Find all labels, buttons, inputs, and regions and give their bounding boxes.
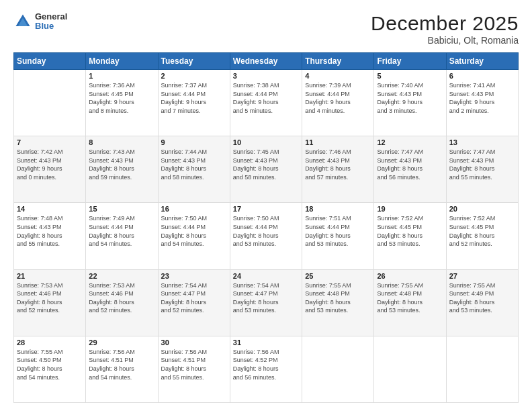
page-title: December 2025 xyxy=(371,12,519,35)
day-info: Sunrise: 7:43 AMSunset: 4:43 PMDaylight:… xyxy=(89,148,154,181)
calendar-cell: 22Sunrise: 7:53 AMSunset: 4:46 PMDayligh… xyxy=(86,269,158,336)
day-info: Sunrise: 7:56 AMSunset: 4:51 PMDaylight:… xyxy=(89,348,154,381)
day-number: 6 xyxy=(449,72,515,80)
title-block: December 2025 Babiciu, Olt, Romania xyxy=(371,12,519,46)
calendar-cell: 24Sunrise: 7:54 AMSunset: 4:47 PMDayligh… xyxy=(230,269,302,336)
calendar-cell: 7Sunrise: 7:42 AMSunset: 4:43 PMDaylight… xyxy=(14,136,86,203)
weekday-header-sunday: Sunday xyxy=(14,53,86,70)
calendar-cell: 11Sunrise: 7:46 AMSunset: 4:43 PMDayligh… xyxy=(302,136,374,203)
day-number: 3 xyxy=(233,72,299,80)
calendar-cell: 28Sunrise: 7:55 AMSunset: 4:50 PMDayligh… xyxy=(14,336,86,402)
day-number: 26 xyxy=(377,272,443,280)
calendar-cell: 27Sunrise: 7:55 AMSunset: 4:49 PMDayligh… xyxy=(446,269,518,336)
day-info: Sunrise: 7:55 AMSunset: 4:48 PMDaylight:… xyxy=(305,281,371,315)
calendar-cell: 8Sunrise: 7:43 AMSunset: 4:43 PMDaylight… xyxy=(86,136,158,203)
day-number: 18 xyxy=(305,205,371,213)
calendar-cell: 6Sunrise: 7:41 AMSunset: 4:43 PMDaylight… xyxy=(446,70,518,136)
week-row-3: 21Sunrise: 7:53 AMSunset: 4:46 PMDayligh… xyxy=(14,269,519,336)
calendar-cell: 23Sunrise: 7:54 AMSunset: 4:47 PMDayligh… xyxy=(158,269,230,336)
calendar-cell: 30Sunrise: 7:56 AMSunset: 4:51 PMDayligh… xyxy=(158,336,230,402)
day-info: Sunrise: 7:56 AMSunset: 4:52 PMDaylight:… xyxy=(233,348,299,381)
day-number: 28 xyxy=(17,338,83,347)
day-number: 11 xyxy=(305,138,371,146)
day-number: 17 xyxy=(233,205,299,213)
day-info: Sunrise: 7:54 AMSunset: 4:47 PMDaylight:… xyxy=(161,281,227,315)
weekday-header-row: SundayMondayTuesdayWednesdayThursdayFrid… xyxy=(14,53,519,70)
day-info: Sunrise: 7:45 AMSunset: 4:43 PMDaylight:… xyxy=(233,148,299,181)
day-info: Sunrise: 7:55 AMSunset: 4:50 PMDaylight:… xyxy=(17,348,83,381)
calendar-cell: 10Sunrise: 7:45 AMSunset: 4:43 PMDayligh… xyxy=(230,136,302,203)
day-info: Sunrise: 7:50 AMSunset: 4:44 PMDaylight:… xyxy=(233,214,299,248)
day-number: 4 xyxy=(305,72,371,80)
day-number: 2 xyxy=(161,72,227,80)
day-number: 15 xyxy=(89,205,154,213)
day-number: 23 xyxy=(161,272,227,280)
day-number: 14 xyxy=(17,205,83,213)
calendar-cell: 29Sunrise: 7:56 AMSunset: 4:51 PMDayligh… xyxy=(86,336,158,402)
calendar-cell: 14Sunrise: 7:48 AMSunset: 4:43 PMDayligh… xyxy=(14,203,86,269)
logo: General Blue xyxy=(13,12,67,32)
day-info: Sunrise: 7:44 AMSunset: 4:43 PMDaylight:… xyxy=(161,148,227,181)
calendar-cell: 17Sunrise: 7:50 AMSunset: 4:44 PMDayligh… xyxy=(230,203,302,269)
day-number: 27 xyxy=(449,272,515,280)
day-number: 9 xyxy=(161,138,227,146)
weekday-header-monday: Monday xyxy=(86,53,158,70)
calendar-cell: 1Sunrise: 7:36 AMSunset: 4:45 PMDaylight… xyxy=(86,70,158,136)
day-info: Sunrise: 7:49 AMSunset: 4:44 PMDaylight:… xyxy=(89,214,154,248)
day-number: 7 xyxy=(17,138,83,146)
calendar-cell: 26Sunrise: 7:55 AMSunset: 4:48 PMDayligh… xyxy=(374,269,446,336)
calendar-table: SundayMondayTuesdayWednesdayThursdayFrid… xyxy=(13,52,519,403)
calendar-cell xyxy=(302,336,374,402)
calendar-cell: 4Sunrise: 7:39 AMSunset: 4:44 PMDaylight… xyxy=(302,70,374,136)
calendar-cell: 25Sunrise: 7:55 AMSunset: 4:48 PMDayligh… xyxy=(302,269,374,336)
page-subtitle: Babiciu, Olt, Romania xyxy=(371,35,519,46)
header: General Blue December 2025 Babiciu, Olt,… xyxy=(13,12,519,46)
day-number: 31 xyxy=(233,338,299,347)
logo-icon xyxy=(13,12,32,31)
day-info: Sunrise: 7:55 AMSunset: 4:49 PMDaylight:… xyxy=(449,281,515,315)
day-info: Sunrise: 7:53 AMSunset: 4:46 PMDaylight:… xyxy=(17,281,83,315)
page: General Blue December 2025 Babiciu, Olt,… xyxy=(0,0,532,411)
day-info: Sunrise: 7:41 AMSunset: 4:43 PMDaylight:… xyxy=(449,81,515,115)
calendar-cell: 5Sunrise: 7:40 AMSunset: 4:43 PMDaylight… xyxy=(374,70,446,136)
day-info: Sunrise: 7:37 AMSunset: 4:44 PMDaylight:… xyxy=(161,81,227,115)
calendar-cell: 19Sunrise: 7:52 AMSunset: 4:45 PMDayligh… xyxy=(374,203,446,269)
day-info: Sunrise: 7:54 AMSunset: 4:47 PMDaylight:… xyxy=(233,281,299,315)
calendar-cell: 13Sunrise: 7:47 AMSunset: 4:43 PMDayligh… xyxy=(446,136,518,203)
day-info: Sunrise: 7:38 AMSunset: 4:44 PMDaylight:… xyxy=(233,81,299,115)
calendar-cell xyxy=(374,336,446,402)
calendar-cell: 16Sunrise: 7:50 AMSunset: 4:44 PMDayligh… xyxy=(158,203,230,269)
day-info: Sunrise: 7:56 AMSunset: 4:51 PMDaylight:… xyxy=(161,348,227,381)
day-number: 19 xyxy=(377,205,443,213)
calendar-cell: 20Sunrise: 7:52 AMSunset: 4:45 PMDayligh… xyxy=(446,203,518,269)
calendar-cell: 18Sunrise: 7:51 AMSunset: 4:44 PMDayligh… xyxy=(302,203,374,269)
calendar-cell: 31Sunrise: 7:56 AMSunset: 4:52 PMDayligh… xyxy=(230,336,302,402)
day-info: Sunrise: 7:47 AMSunset: 4:43 PMDaylight:… xyxy=(449,148,515,181)
day-info: Sunrise: 7:46 AMSunset: 4:43 PMDaylight:… xyxy=(305,148,371,181)
day-info: Sunrise: 7:36 AMSunset: 4:45 PMDaylight:… xyxy=(89,81,154,115)
day-number: 30 xyxy=(161,338,227,347)
calendar-cell: 9Sunrise: 7:44 AMSunset: 4:43 PMDaylight… xyxy=(158,136,230,203)
calendar-cell: 15Sunrise: 7:49 AMSunset: 4:44 PMDayligh… xyxy=(86,203,158,269)
weekday-header-friday: Friday xyxy=(374,53,446,70)
week-row-4: 28Sunrise: 7:55 AMSunset: 4:50 PMDayligh… xyxy=(14,336,519,402)
logo-blue-text: Blue xyxy=(35,21,67,31)
day-number: 25 xyxy=(305,272,371,280)
day-info: Sunrise: 7:47 AMSunset: 4:43 PMDaylight:… xyxy=(377,148,443,181)
day-info: Sunrise: 7:48 AMSunset: 4:43 PMDaylight:… xyxy=(17,214,83,248)
calendar-cell xyxy=(14,70,86,136)
logo-text: General Blue xyxy=(35,12,67,32)
day-number: 21 xyxy=(17,272,83,280)
day-number: 24 xyxy=(233,272,299,280)
day-info: Sunrise: 7:51 AMSunset: 4:44 PMDaylight:… xyxy=(305,214,371,248)
week-row-0: 1Sunrise: 7:36 AMSunset: 4:45 PMDaylight… xyxy=(14,70,519,136)
calendar-cell: 3Sunrise: 7:38 AMSunset: 4:44 PMDaylight… xyxy=(230,70,302,136)
weekday-header-tuesday: Tuesday xyxy=(158,53,230,70)
calendar-cell: 2Sunrise: 7:37 AMSunset: 4:44 PMDaylight… xyxy=(158,70,230,136)
calendar-cell: 12Sunrise: 7:47 AMSunset: 4:43 PMDayligh… xyxy=(374,136,446,203)
day-info: Sunrise: 7:42 AMSunset: 4:43 PMDaylight:… xyxy=(17,148,83,181)
day-number: 22 xyxy=(89,272,154,280)
day-number: 29 xyxy=(89,338,154,347)
day-number: 8 xyxy=(89,138,154,146)
day-info: Sunrise: 7:40 AMSunset: 4:43 PMDaylight:… xyxy=(377,81,443,115)
